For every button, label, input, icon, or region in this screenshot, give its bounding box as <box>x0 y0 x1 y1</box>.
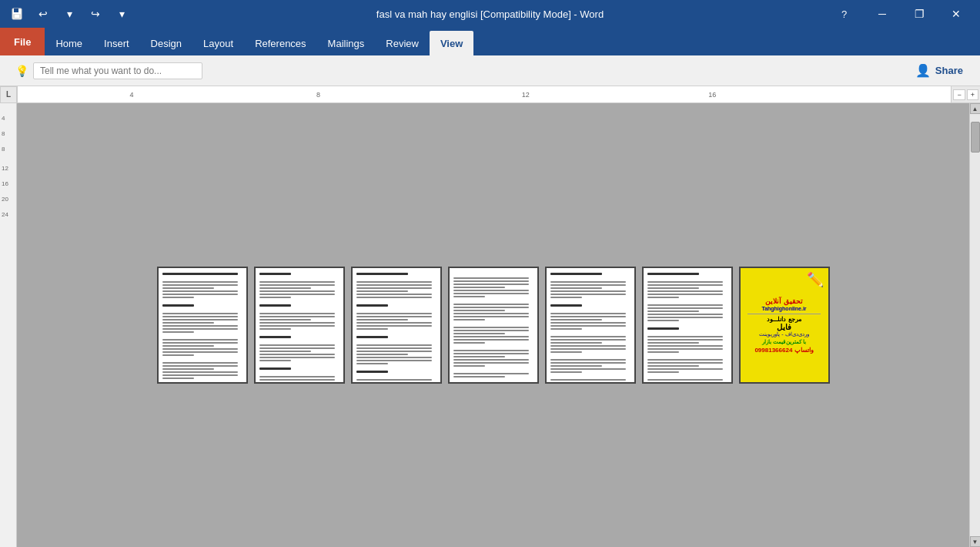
page-thumbnail-6[interactable] <box>642 267 733 384</box>
page-thumbnail-7[interactable]: تحقیق آنلاین Tahghighonline.ir مرجع دانل… <box>739 267 830 384</box>
page-thumbnail-3[interactable] <box>351 267 442 384</box>
svg-rect-3 <box>15 15 19 18</box>
vertical-scrollbar: ▲ ▼ <box>969 103 980 547</box>
title-bar: ↩ ▾ ↪ ▾ fasl va mah hay englisi [Compati… <box>0 0 980 28</box>
left-ruler-8b: 8 <box>2 146 5 153</box>
close-button[interactable]: ✕ <box>938 0 974 28</box>
ruler-bar: 4 8 12 16 <box>17 86 951 102</box>
tell-me-container: 💡 <box>15 62 231 79</box>
document-canvas[interactable]: تحقیق آنلاین Tahghighonline.ir مرجع دانل… <box>17 103 969 547</box>
svg-text:?: ? <box>841 8 847 20</box>
ad-content: تحقیق آنلاین Tahghighonline.ir مرجع دانل… <box>741 268 828 382</box>
minimize-button[interactable]: ─ <box>865 0 900 28</box>
ruler-mark-16: 16 <box>708 91 716 99</box>
left-ruler-4: 4 <box>2 115 5 122</box>
share-person-icon: 👤 <box>915 63 931 78</box>
window-controls: ? ─ ❐ ✕ <box>828 0 974 28</box>
ad-line4: با کمترین قیمت بازار <box>762 339 807 345</box>
scroll-thumb[interactable] <box>971 122 980 153</box>
left-ruler-8a: 8 <box>2 130 5 137</box>
page-thumbnail-1[interactable] <box>157 267 248 384</box>
main-area: 4 8 8 12 16 20 24 <box>0 103 980 547</box>
left-ruler-12: 12 <box>2 165 8 172</box>
title-bar-left: ↩ ▾ ↪ ▾ <box>6 3 132 25</box>
share-label: Share <box>935 65 963 76</box>
lightbulb-icon: 💡 <box>15 65 28 77</box>
scroll-down-button[interactable]: ▼ <box>970 536 981 547</box>
page-thumbnail-2[interactable] <box>254 267 345 384</box>
ruler-tab-marker[interactable]: L <box>0 86 17 103</box>
left-ruler-24: 24 <box>2 211 8 218</box>
share-button[interactable]: 👤 Share <box>908 63 971 78</box>
save-button[interactable] <box>6 3 28 25</box>
undo-dropdown-button[interactable]: ▾ <box>59 3 80 25</box>
tab-design[interactable]: Design <box>140 31 192 55</box>
tab-home[interactable]: Home <box>45 31 93 55</box>
ad-logo-icon: ✏️ <box>807 271 824 288</box>
ruler-mark-8: 8 <box>316 91 320 99</box>
ad-phone: 09981366624 واتساپ <box>754 347 813 354</box>
ad-line1: مرجع دانلـــود <box>767 316 801 323</box>
tab-file[interactable]: File <box>0 28 45 55</box>
ruler-mark-4: 4 <box>129 91 133 99</box>
tab-layout[interactable]: Layout <box>192 31 244 55</box>
scroll-up-button[interactable]: ▲ <box>970 103 981 114</box>
ad-site: Tahghighonline.ir <box>761 306 806 311</box>
ruler-zoom-out-button[interactable]: − <box>953 89 965 100</box>
left-ruler-20: 20 <box>2 196 8 203</box>
page-thumbnails-container: تحقیق آنلاین Tahghighonline.ir مرجع دانل… <box>142 251 845 399</box>
ad-title: تحقیق آنلاین <box>765 297 803 305</box>
restore-button[interactable]: ❐ <box>901 0 937 28</box>
tell-me-input[interactable] <box>33 62 202 79</box>
svg-rect-1 <box>14 8 18 12</box>
help-button[interactable]: ? <box>828 0 863 28</box>
tab-review[interactable]: Review <box>375 31 430 55</box>
ad-line3: وردی‌دی‌اف - پاورپوینت <box>759 331 808 337</box>
tab-insert[interactable]: Insert <box>93 31 140 55</box>
left-ruler-16: 16 <box>2 180 8 187</box>
scroll-track[interactable] <box>970 114 980 536</box>
tab-mailings[interactable]: Mailings <box>317 31 376 55</box>
page-thumbnail-4[interactable] <box>448 267 539 384</box>
ruler-mark-12: 12 <box>522 91 530 99</box>
tab-view[interactable]: View <box>430 31 473 55</box>
ruler-right-controls: − + <box>951 86 980 102</box>
redo-button[interactable]: ↪ <box>85 3 106 25</box>
window-title: fasl va mah hay englisi [Compatibility M… <box>376 8 604 20</box>
ribbon-tabs: File Home Insert Design Layout Reference… <box>0 28 980 55</box>
page-thumbnail-5[interactable] <box>545 267 636 384</box>
ruler-area: L 4 8 12 16 − + <box>0 86 980 103</box>
left-ruler: 4 8 8 12 16 20 24 <box>0 103 17 547</box>
tab-marker-icon: L <box>6 90 11 99</box>
ruler-zoom-in-button[interactable]: + <box>967 89 978 100</box>
tell-me-bar: 💡 👤 Share <box>0 55 980 86</box>
tab-references[interactable]: References <box>244 31 316 55</box>
ad-line2: فایل <box>777 323 791 331</box>
customize-qat-button[interactable]: ▾ <box>111 3 132 25</box>
undo-button[interactable]: ↩ <box>32 3 54 25</box>
